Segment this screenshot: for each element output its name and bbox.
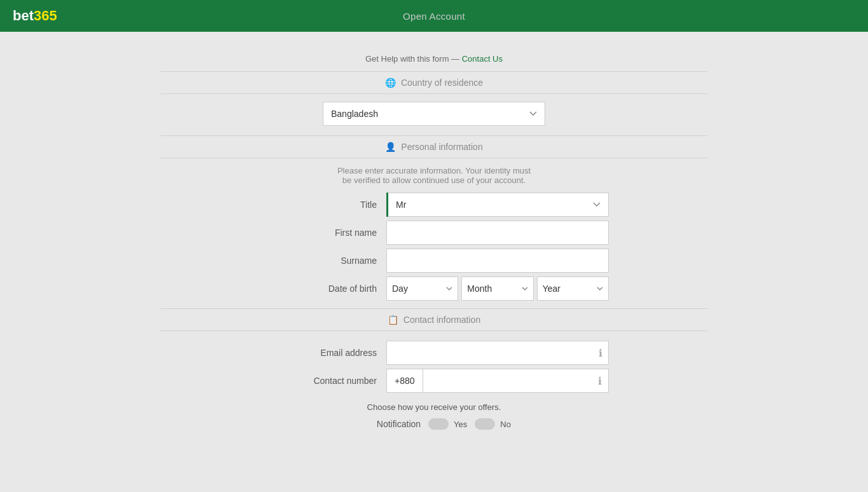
notification-row: Notification Yes No xyxy=(161,418,707,430)
surname-input[interactable] xyxy=(386,249,609,273)
first-name-field xyxy=(386,221,609,245)
first-name-label: First name xyxy=(259,228,386,238)
contact-book-icon xyxy=(388,314,398,325)
logo-365: 365 xyxy=(34,8,57,24)
contact-number-label: Contact number xyxy=(259,376,386,386)
notification-yes-toggle[interactable] xyxy=(428,418,449,430)
country-section-header: Country of residence xyxy=(161,71,707,94)
country-section-label: Country of residence xyxy=(401,78,483,88)
email-field-wrap: ℹ xyxy=(386,341,609,365)
personal-section-label: Personal information xyxy=(401,142,482,152)
offers-text: Choose how you receive your offers. xyxy=(161,402,707,412)
dob-day-select[interactable]: Day for(let i=1;i<=31;i++) document.writ… xyxy=(386,277,458,301)
title-select[interactable]: Mr Mrs Miss Ms Dr xyxy=(388,193,609,217)
first-name-input[interactable] xyxy=(386,221,609,245)
title-row: Title Mr Mrs Miss Ms Dr xyxy=(161,193,707,217)
logo-bet: bet xyxy=(13,8,34,24)
email-info-icon[interactable]: ℹ xyxy=(599,347,602,359)
surname-label: Surname xyxy=(259,256,386,266)
surname-field xyxy=(386,249,609,273)
help-text-static: Get Help with this form — xyxy=(365,54,459,64)
globe-icon xyxy=(385,77,396,88)
surname-row: Surname xyxy=(161,249,707,273)
contact-section-label: Contact information xyxy=(403,315,480,325)
page-title: Open Account xyxy=(403,11,465,22)
dob-row: Date of birth Day for(let i=1;i<=31;i++)… xyxy=(161,277,707,301)
contact-input-wrap: ℹ xyxy=(423,369,608,392)
no-label: No xyxy=(500,420,511,429)
country-code: +880 xyxy=(387,369,423,392)
first-name-row: First name xyxy=(161,221,707,245)
dob-label: Date of birth xyxy=(259,284,386,294)
personal-description: Please enter accurate information. Your … xyxy=(161,166,707,185)
dob-fields: Day for(let i=1;i<=31;i++) document.writ… xyxy=(386,277,609,301)
title-label: Title xyxy=(259,200,386,210)
notification-no-toggle[interactable] xyxy=(475,418,495,430)
personal-desc-line2: be verified to allow continued use of yo… xyxy=(161,175,707,185)
no-toggle-group: No xyxy=(475,418,511,430)
header: bet365 Open Account xyxy=(0,0,868,32)
yes-label: Yes xyxy=(454,420,467,429)
person-icon xyxy=(385,141,396,153)
personal-section-header: Personal information xyxy=(161,135,707,158)
email-input[interactable] xyxy=(386,341,609,365)
email-row: Email address ℹ xyxy=(161,341,707,365)
help-bar: Get Help with this form — Contact Us xyxy=(161,54,707,64)
contact-input[interactable] xyxy=(423,369,608,392)
email-input-wrap: ℹ xyxy=(386,341,609,365)
contact-number-row: Contact number +880 ℹ xyxy=(161,369,707,393)
country-select-wrap: Bangladesh India Pakistan United Kingdom… xyxy=(323,102,545,126)
contact-number-field-wrap: +880 ℹ xyxy=(386,369,609,393)
country-row: Bangladesh India Pakistan United Kingdom… xyxy=(161,102,707,126)
contact-us-link[interactable]: Contact Us xyxy=(462,54,503,64)
contact-field: +880 ℹ xyxy=(386,369,609,393)
contact-section-header: Contact information xyxy=(161,308,707,331)
email-label: Email address xyxy=(259,348,386,358)
title-select-wrap: Mr Mrs Miss Ms Dr xyxy=(386,193,609,217)
contact-info-icon[interactable]: ℹ xyxy=(598,375,602,387)
notification-label: Notification xyxy=(357,419,421,429)
country-select[interactable]: Bangladesh India Pakistan United Kingdom… xyxy=(323,102,545,126)
dob-year-select[interactable]: Year for(let y=2005;y>=1920;y--) documen… xyxy=(537,277,609,301)
logo: bet365 xyxy=(13,8,57,24)
personal-desc-line1: Please enter accurate information. Your … xyxy=(161,166,707,175)
yes-toggle-group: Yes xyxy=(428,418,467,430)
main-content: Get Help with this form — Contact Us Cou… xyxy=(148,32,720,446)
dob-month-select[interactable]: Month JanuaryFebruaryMarch AprilMayJune … xyxy=(461,277,533,301)
